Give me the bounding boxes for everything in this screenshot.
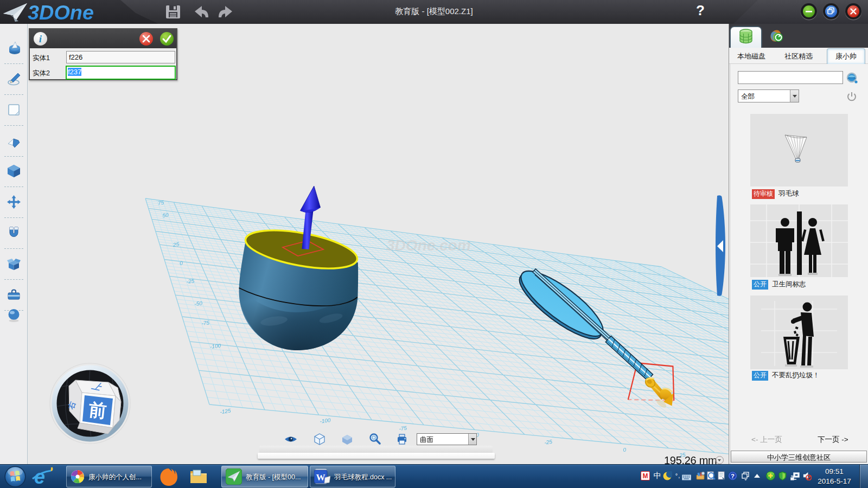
svg-text:W: W <box>316 472 326 483</box>
svg-text:50: 50 <box>162 212 169 219</box>
svg-text:0: 0 <box>623 447 627 453</box>
svg-text:3DOne.com: 3DOne.com <box>386 237 471 254</box>
svg-text:-50: -50 <box>194 300 203 307</box>
svg-text:0: 0 <box>180 260 183 266</box>
svg-text:-25: -25 <box>544 439 553 446</box>
svg-text:-25: -25 <box>186 278 195 285</box>
svg-text:75: 75 <box>157 200 164 206</box>
svg-text:25: 25 <box>172 241 180 248</box>
svg-text:-100: -100 <box>320 417 331 424</box>
svg-text:前: 前 <box>87 399 108 421</box>
svg-text:-125: -125 <box>220 408 232 415</box>
svg-text:?: ? <box>731 473 735 479</box>
svg-text:-75: -75 <box>201 319 210 326</box>
svg-text:-75: -75 <box>399 425 407 432</box>
